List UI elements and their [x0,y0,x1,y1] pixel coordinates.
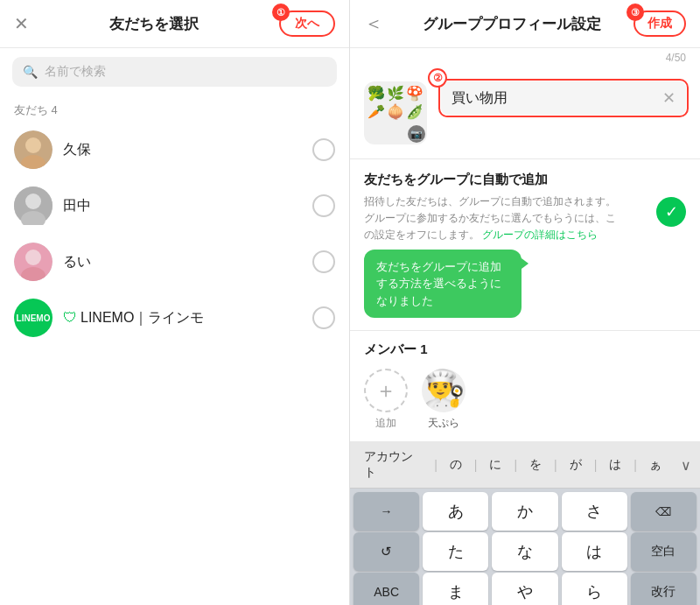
back-icon[interactable]: ＜ [364,11,383,37]
suggestion-item[interactable]: は [604,455,626,475]
left-panel-title: 友だちを選択 [109,14,199,34]
shield-icon: 🛡 [63,310,77,326]
key-a[interactable]: あ [423,492,488,531]
svg-point-7 [25,250,41,265]
radio-circle[interactable] [312,306,335,329]
auto-add-section: 友だちをグループに自動で追加 招待した友だちは、グループに自動で追加されます。 … [350,159,700,331]
avatar [14,186,52,225]
friend-name: 田中 [63,197,302,215]
add-circle: ＋ [364,369,408,412]
divider: | [474,458,478,472]
auto-add-link[interactable]: グループの詳細はこちら [482,229,598,241]
camera-badge[interactable]: 📷 [408,125,425,143]
keyboard-row-1: → あ か さ ⌫ [354,492,696,531]
badge-2: ② [428,68,447,88]
radio-circle[interactable] [312,138,335,161]
auto-add-title: 友だちをグループに自動で追加 [364,172,686,188]
friend-item[interactable]: 久保 [0,122,349,178]
keyboard-rows: → あ か さ ⌫ ↺ た な は 空白 ABC ま や ら 改行 [350,489,700,605]
suggestion-item[interactable]: が [564,455,587,475]
svg-point-1 [25,137,41,153]
key-return[interactable]: 改行 [631,573,696,605]
right-header: ＜ グループプロフィール設定 ③ 作成 [350,0,700,48]
key-arrow[interactable]: → [354,492,419,531]
radio-circle[interactable] [312,194,335,217]
divider: | [634,458,637,472]
close-icon[interactable]: ✕ [14,13,29,34]
next-badge: ① [272,4,290,21]
member-avatar: 👨‍🍳 [422,369,466,412]
friend-item[interactable]: るい [0,234,349,290]
group-name-input[interactable]: 買い物用 ✕ ② [441,81,686,115]
key-delete[interactable]: ⌫ [631,492,696,531]
avatar [14,130,52,169]
add-label: 追加 [375,416,396,431]
key-undo[interactable]: ↺ [354,532,419,571]
friend-name: るい [63,253,302,271]
group-avatar[interactable]: 🥦 🌿 🍄 🥕 🧅 🫛 📷 [364,81,427,144]
divider: | [514,458,517,472]
friends-section-label: 友だち 4 [0,95,349,122]
group-name-section: 買い物用 ✕ ② [441,81,686,115]
suggestion-item[interactable]: アカウント [359,447,427,482]
members-row: ＋ 追加 👨‍🍳 天ぷら [364,369,686,431]
divider: | [554,458,557,472]
radio-circle[interactable] [312,250,335,273]
create-badge: ③ [626,4,644,21]
key-ta[interactable]: た [423,532,488,571]
search-icon: 🔍 [23,65,38,79]
tooltip-bubble: 友だちをグループに追加する方法を選べるようになりました [364,250,522,319]
linemo-icon: LINEMO [14,299,52,337]
suggestion-item[interactable]: に [484,455,507,475]
divider: | [434,458,438,472]
suggestion-item[interactable]: ぁ [644,455,667,475]
key-sa[interactable]: さ [562,492,627,531]
members-section: メンバー 1 ＋ 追加 👨‍🍳 天ぷら [350,331,700,442]
keyboard-chevron-icon[interactable]: ∨ [681,457,691,474]
key-na[interactable]: な [492,532,557,571]
keyboard-area: アカウント | の | に | を | が | は | ぁ ∨ → あ か さ … [350,442,700,605]
auto-add-desc: 招待した友だちは、グループに自動で追加されます。 グループに参加するか友だちに選… [364,193,648,244]
key-ka[interactable]: か [492,492,557,531]
next-button[interactable]: ① 次へ [279,11,335,37]
suggestion-item[interactable]: の [444,455,467,475]
member-name: 天ぷら [428,416,459,431]
friend-name: 久保 [63,141,302,159]
create-button[interactable]: ③ 作成 [634,11,686,37]
key-ra[interactable]: ら [562,573,627,605]
search-placeholder: 名前で検索 [45,64,106,80]
svg-point-4 [25,193,41,209]
key-ma[interactable]: ま [423,573,488,605]
search-box: 🔍 名前で検索 [12,57,337,87]
left-header: ✕ 友だちを選択 ① 次へ [0,0,349,48]
add-member-button[interactable]: ＋ 追加 [364,369,408,431]
divider: | [594,458,598,472]
members-title: メンバー 1 [364,341,686,358]
remove-icon[interactable]: ✕ [662,88,676,108]
auto-add-row: 招待した友だちは、グループに自動で追加されます。 グループに参加するか友だちに選… [364,193,686,318]
key-ya[interactable]: や [492,573,557,605]
char-count: 4/50 [350,48,700,67]
member-item[interactable]: 👨‍🍳 天ぷら [422,369,466,431]
keyboard-row-2: ↺ た な は 空白 [354,532,696,571]
right-panel: ＜ グループプロフィール設定 ③ 作成 4/50 🥦 🌿 🍄 🥕 🧅 🫛 📷 [350,0,700,605]
key-ha[interactable]: は [562,532,627,571]
toggle-on[interactable]: ✓ [656,197,686,227]
right-panel-title: グループプロフィール設定 [390,14,634,34]
keyboard-suggestions: アカウント | の | に | を | が | は | ぁ ∨ [350,442,700,489]
linemo-item[interactable]: LINEMO 🛡 LINEMO｜ラインモ [0,290,349,346]
camera-icon: 📷 [410,129,423,140]
left-panel: ✕ 友だちを選択 ① 次へ 🔍 名前で検索 友だち 4 久保 [0,0,350,605]
group-name-text: 買い物用 [452,89,508,108]
friend-item[interactable]: 田中 [0,178,349,234]
suggestion-item[interactable]: を [524,455,547,475]
profile-section: 🥦 🌿 🍄 🥕 🧅 🫛 📷 買い物用 ✕ ② [350,67,700,159]
key-space[interactable]: 空白 [631,532,696,571]
linemo-name: LINEMO｜ラインモ [80,309,204,327]
linemo-text: 🛡 LINEMO｜ラインモ [63,309,204,327]
avatar [14,243,52,281]
keyboard-row-3: ABC ま や ら 改行 [354,573,696,605]
key-abc[interactable]: ABC [354,573,419,605]
